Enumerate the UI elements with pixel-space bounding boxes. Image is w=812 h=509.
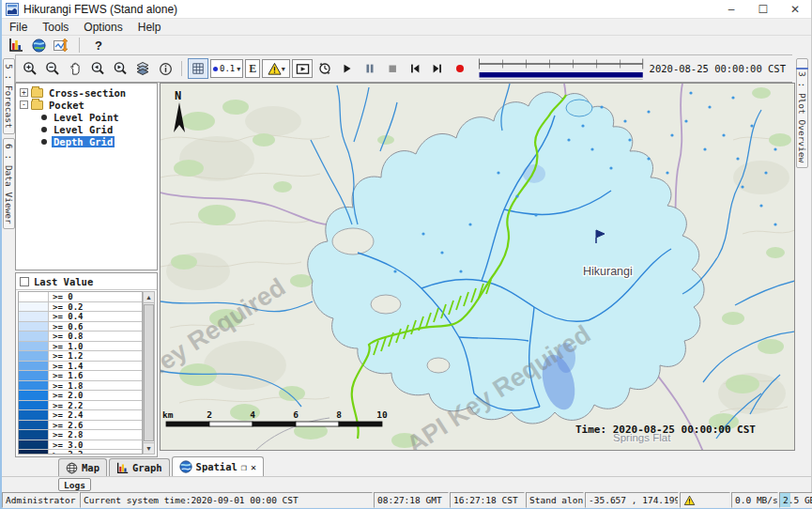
label-toggle-button[interactable]: E <box>245 59 260 78</box>
close-button[interactable]: ✕ <box>779 0 811 18</box>
tab-plot-overview[interactable]: 3 : Plot Overview <box>796 58 808 168</box>
warning-threshold-button[interactable]: ▾ <box>262 59 290 78</box>
legend-label: >= 0.6 <box>49 322 84 332</box>
tree-item-pocket[interactable]: - Pocket <box>16 99 157 111</box>
tab-data-viewer[interactable]: 6 : Data Viewer <box>3 138 15 230</box>
expander-icon[interactable]: + <box>20 88 28 97</box>
scroll-thumb[interactable] <box>144 304 154 441</box>
legend-row[interactable]: >= 0 <box>19 292 142 302</box>
skip-to-start-button[interactable] <box>405 58 425 79</box>
status-warning-cell[interactable] <box>680 492 730 508</box>
zoom-out-icon[interactable] <box>42 58 63 79</box>
legend-row[interactable]: >= 1.4 <box>19 362 142 372</box>
timeseries-display-icon[interactable] <box>53 38 69 53</box>
zoom-next-icon[interactable] <box>110 58 130 79</box>
tree-item-label[interactable]: Pocket <box>47 100 86 111</box>
bullet-icon <box>41 127 47 132</box>
legend-row[interactable]: >= 1.6 <box>19 371 142 381</box>
tree-item-label[interactable]: Level Grid <box>52 124 115 135</box>
bullet-icon <box>41 139 47 145</box>
data-viewer-panel: + Cross-section - Pocket Level Point Lev… <box>15 83 160 457</box>
help-button[interactable]: ? <box>89 39 108 53</box>
tab-map[interactable]: Map <box>58 458 107 476</box>
color-swatch <box>19 450 49 455</box>
legend-row[interactable]: >= 3.2 <box>19 450 142 455</box>
legend-row[interactable]: >= 2.4 <box>19 410 142 421</box>
animation-clock-icon[interactable] <box>314 58 335 79</box>
legend-row[interactable]: >= 2.8 <box>19 430 142 440</box>
legend-scrollbar[interactable]: ▲ ▼ <box>143 291 155 455</box>
minimize-button[interactable]: – <box>715 0 747 18</box>
database-explorer-icon[interactable] <box>8 38 24 53</box>
skip-to-end-button[interactable] <box>427 58 448 79</box>
svg-text:6: 6 <box>293 409 299 420</box>
legend-row[interactable]: >= 2.0 <box>19 391 142 401</box>
place-label-hikurangi: Hikurangi <box>583 265 633 278</box>
color-swatch <box>19 332 49 341</box>
tab-spatial[interactable]: Spatial ❐ ✕ <box>172 456 264 476</box>
zoom-in-icon[interactable] <box>20 58 40 79</box>
color-swatch <box>19 421 49 430</box>
legend-row[interactable]: >= 3.0 <box>19 440 142 451</box>
legend-row[interactable]: >= 1.0 <box>19 342 142 352</box>
tab-forecast[interactable]: 5 : Forecast <box>3 58 15 134</box>
play-button[interactable] <box>337 58 358 79</box>
main-toolbar: ? <box>2 36 811 54</box>
legend-row[interactable]: >= 1.2 <box>19 351 142 362</box>
legend-row[interactable]: >= 0.4 <box>19 312 142 322</box>
menu-help[interactable]: Help <box>130 20 169 35</box>
menu-tools[interactable]: Tools <box>35 20 76 35</box>
tree-item-cross-section[interactable]: + Cross-section <box>16 86 157 99</box>
legend-label: >= 1.8 <box>49 381 84 391</box>
menu-file[interactable]: File <box>2 20 35 35</box>
contour-scale-combo[interactable]: 0.1 ▾ <box>210 59 243 78</box>
pause-button[interactable] <box>360 58 380 79</box>
stop-button[interactable] <box>382 58 403 79</box>
legend-header: Last Value <box>16 273 157 290</box>
tree-item-label[interactable]: Depth Grid <box>52 136 115 147</box>
warning-icon <box>683 495 696 506</box>
tab-close-icon[interactable]: ✕ <box>251 462 256 472</box>
legend-row[interactable]: >= 0.8 <box>19 332 142 342</box>
tab-spatial-label: Spatial <box>196 461 237 472</box>
tree-item-level-point[interactable]: Level Point <box>16 111 157 123</box>
menu-bar: File Tools Options Help <box>2 19 811 36</box>
scroll-up-icon[interactable]: ▲ <box>144 292 154 303</box>
tree-item-depth-grid[interactable]: Depth Grid <box>16 135 157 147</box>
title-bar: Hikurangi FEWS (Stand alone) – ☐ ✕ <box>2 0 811 19</box>
zoom-previous-icon[interactable] <box>87 58 108 79</box>
color-swatch <box>19 322 49 332</box>
record-button[interactable] <box>450 58 470 79</box>
plot-overview-icon <box>796 68 808 69</box>
legend-row[interactable]: >= 2.6 <box>19 421 142 431</box>
legend-row[interactable]: >= 0.6 <box>19 322 142 332</box>
info-icon[interactable] <box>155 58 176 79</box>
tree-item-label[interactable]: Cross-section <box>47 87 128 99</box>
spatial-map[interactable]: API Key Required API Key Required Hikura… <box>160 83 795 451</box>
scroll-down-icon[interactable]: ▼ <box>144 442 154 454</box>
color-swatch <box>19 391 49 400</box>
time-slider[interactable] <box>478 56 644 81</box>
legend-label: >= 1.2 <box>49 351 84 361</box>
legend-row[interactable]: >= 1.8 <box>19 381 142 392</box>
tree-item-level-grid[interactable]: Level Grid <box>16 123 157 135</box>
color-swatch <box>19 410 49 420</box>
tab-maximize-icon[interactable]: ❐ <box>241 462 247 472</box>
window-title: Hikurangi FEWS (Stand alone) <box>23 3 177 16</box>
logs-button[interactable]: Logs <box>58 478 91 491</box>
spatial-display-icon[interactable] <box>30 38 47 53</box>
layers-icon[interactable] <box>132 58 153 79</box>
tab-graph[interactable]: Graph <box>109 458 170 476</box>
legend-row[interactable]: >= 0.2 <box>19 302 142 313</box>
maximize-button[interactable]: ☐ <box>747 0 779 18</box>
svg-text:10: 10 <box>376 409 388 420</box>
grid-display-button[interactable] <box>188 58 208 79</box>
tree-item-label[interactable]: Level Point <box>52 112 121 123</box>
last-value-checkbox[interactable] <box>20 277 29 286</box>
pan-icon[interactable] <box>65 58 85 79</box>
north-label: N <box>175 89 181 102</box>
menu-options[interactable]: Options <box>76 20 130 35</box>
expander-icon[interactable]: - <box>20 100 28 109</box>
movie-player-button[interactable] <box>292 59 313 78</box>
legend-row[interactable]: >= 2.2 <box>19 401 142 411</box>
